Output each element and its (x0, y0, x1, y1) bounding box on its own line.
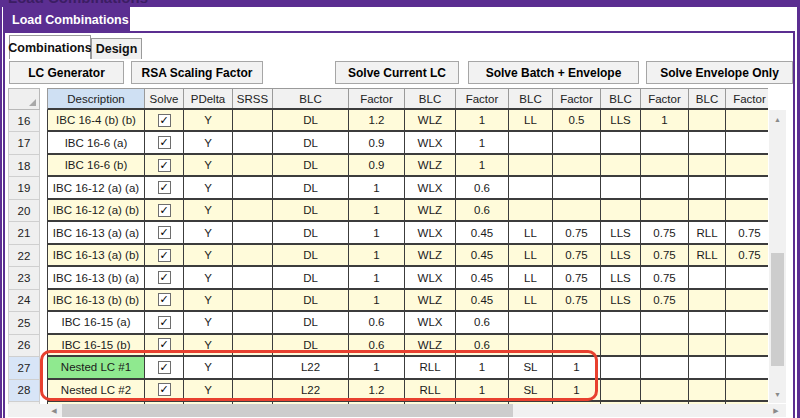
cell-blc[interactable]: LL (509, 267, 553, 287)
cell-factor[interactable] (726, 155, 768, 175)
cell-pdelta[interactable]: Y (184, 132, 233, 152)
cell-factor[interactable]: 0.75 (641, 290, 689, 310)
solve-checkbox[interactable]: ✓ (158, 316, 171, 329)
cell-description[interactable]: IBC 16-13 (a) (b) (48, 245, 145, 265)
cell-blc[interactable] (689, 312, 726, 332)
cell-blc[interactable]: L22 (273, 380, 349, 400)
column-header-factor-11[interactable]: Factor (641, 89, 689, 108)
cell-factor[interactable] (641, 312, 689, 332)
cell-srss[interactable] (233, 200, 273, 220)
cell-blc[interactable] (601, 357, 641, 377)
cell-description[interactable]: Nested LC #2 (48, 380, 145, 400)
cell-factor[interactable]: 0.45 (456, 245, 509, 265)
cell-solve[interactable]: ✓ (145, 132, 184, 152)
select-all-corner-cell[interactable] (8, 88, 40, 110)
cell-blc[interactable] (601, 132, 641, 152)
cell-pdelta[interactable]: Y (184, 267, 233, 287)
row-number-18[interactable]: 18 (8, 154, 40, 177)
cell-blc[interactable] (689, 335, 726, 355)
cell-factor[interactable]: 0.75 (553, 245, 601, 265)
cell-description[interactable]: IBC 16-13 (b) (b) (48, 290, 145, 310)
cell-srss[interactable] (233, 357, 273, 377)
cell-pdelta[interactable]: Y (184, 222, 233, 242)
cell-blc[interactable]: WLX (405, 177, 456, 197)
cell-blc[interactable]: WLX (405, 267, 456, 287)
column-header-factor-5[interactable]: Factor (349, 89, 405, 108)
cell-blc[interactable]: DL (273, 267, 349, 287)
cell-srss[interactable] (233, 132, 273, 152)
cell-solve[interactable]: ✓ (145, 357, 184, 377)
tab-design[interactable]: Design (91, 38, 142, 59)
cell-factor[interactable] (641, 155, 689, 175)
solve-checkbox[interactable]: ✓ (158, 271, 171, 284)
row-number-24[interactable]: 24 (8, 289, 40, 312)
cell-factor[interactable]: 0.75 (726, 222, 768, 242)
lc-generator-button[interactable]: LC Generator (9, 61, 124, 84)
cell-solve[interactable]: ✓ (145, 312, 184, 332)
cell-factor[interactable] (553, 132, 601, 152)
cell-description[interactable]: IBC 16-13 (a) (a) (48, 222, 145, 242)
document-tab-load-combinations[interactable]: Load Combinations ✕ (3, 7, 130, 33)
cell-blc[interactable]: DL (273, 132, 349, 152)
cell-description[interactable]: IBC 16-12 (a) (b) (48, 200, 145, 220)
cell-solve[interactable]: ✓ (145, 155, 184, 175)
cell-blc[interactable]: WLX (405, 222, 456, 242)
cell-factor[interactable]: 0.45 (456, 267, 509, 287)
cell-blc[interactable] (689, 290, 726, 310)
cell-factor[interactable] (553, 200, 601, 220)
row-number-26[interactable]: 26 (8, 334, 40, 357)
cell-factor[interactable]: 1 (641, 110, 689, 130)
cell-blc[interactable]: RLL (405, 380, 456, 400)
cell-description[interactable]: Nested LC #1 (48, 357, 145, 377)
cell-solve[interactable]: ✓ (145, 177, 184, 197)
cell-blc[interactable] (601, 155, 641, 175)
row-number-16[interactable]: 16 (8, 109, 40, 132)
cell-factor[interactable]: 0.5 (553, 110, 601, 130)
cell-blc[interactable]: WLZ (405, 200, 456, 220)
cell-factor[interactable] (641, 380, 689, 400)
horizontal-scrollbar-thumb[interactable] (62, 404, 513, 417)
cell-factor[interactable] (726, 110, 768, 130)
cell-blc[interactable]: LL (509, 245, 553, 265)
cell-blc[interactable] (601, 335, 641, 355)
cell-pdelta[interactable]: Y (184, 177, 233, 197)
cell-description[interactable]: IBC 16-15 (a) (48, 312, 145, 332)
cell-factor[interactable] (553, 312, 601, 332)
cell-factor[interactable]: 1 (553, 380, 601, 400)
cell-blc[interactable]: LLS (601, 267, 641, 287)
column-header-description-0[interactable]: Description (48, 89, 145, 108)
row-number-28[interactable]: 28 (8, 379, 40, 402)
solve-checkbox[interactable]: ✓ (158, 383, 171, 396)
cell-blc[interactable]: DL (273, 245, 349, 265)
cell-factor[interactable]: 0.45 (456, 290, 509, 310)
row-number-17[interactable]: 17 (8, 131, 40, 154)
solve-checkbox[interactable]: ✓ (158, 204, 171, 217)
cell-blc[interactable]: DL (273, 290, 349, 310)
column-header-blc-6[interactable]: BLC (405, 89, 456, 108)
solve-batch-envelope-button[interactable]: Solve Batch + Envelope (468, 61, 639, 84)
cell-factor[interactable]: 0.45 (456, 222, 509, 242)
cell-factor[interactable]: 1 (456, 132, 509, 152)
cell-srss[interactable] (233, 110, 273, 130)
cell-blc[interactable]: DL (273, 312, 349, 332)
scroll-left-arrow-icon[interactable]: ◀ (47, 404, 61, 417)
cell-factor[interactable]: 1 (349, 200, 405, 220)
cell-blc[interactable]: SL (509, 357, 553, 377)
cell-factor[interactable]: 1 (456, 110, 509, 130)
cell-srss[interactable] (233, 267, 273, 287)
cell-srss[interactable] (233, 335, 273, 355)
cell-factor[interactable] (726, 177, 768, 197)
cell-factor[interactable]: 1 (349, 357, 405, 377)
cell-blc[interactable]: DL (273, 222, 349, 242)
close-icon[interactable]: ✕ (138, 14, 147, 27)
cell-factor[interactable]: 0.9 (349, 132, 405, 152)
cell-blc[interactable]: SL (509, 380, 553, 400)
cell-factor[interactable]: 1 (456, 357, 509, 377)
cell-blc[interactable]: WLX (405, 312, 456, 332)
cell-factor[interactable]: 0.6 (349, 312, 405, 332)
cell-blc[interactable]: DL (273, 335, 349, 355)
cell-srss[interactable] (233, 380, 273, 400)
cell-blc[interactable]: LLS (601, 290, 641, 310)
cell-factor[interactable] (726, 380, 768, 400)
solve-checkbox[interactable]: ✓ (158, 159, 171, 172)
